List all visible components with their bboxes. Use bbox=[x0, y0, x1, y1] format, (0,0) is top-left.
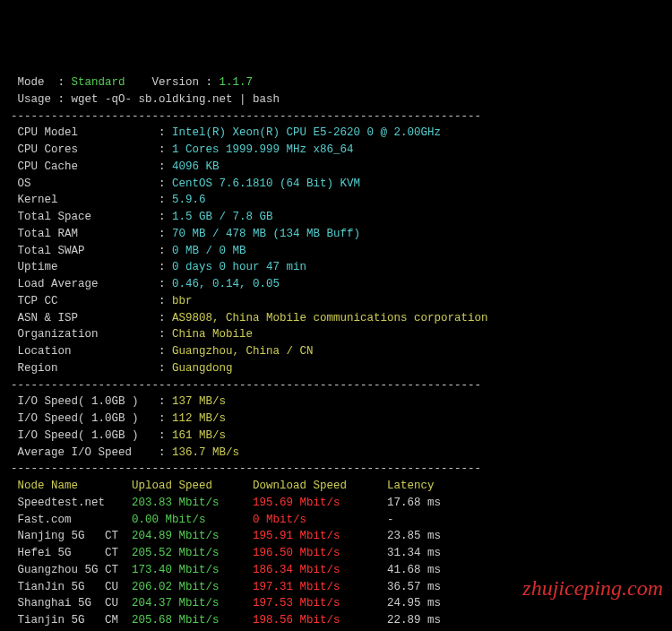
header-line-2: Usage : wget -qO- sb.oldking.net | bash bbox=[11, 91, 661, 108]
speedtest-row: Tianjin 5G CM 205.68 Mbit/s 198.56 Mbit/… bbox=[11, 612, 661, 629]
sysinfo-label: Organization : bbox=[11, 328, 172, 341]
node-name: Nanjing 5G CT bbox=[11, 530, 132, 542]
iospeed-value: 136.7 MB/s bbox=[172, 446, 239, 459]
sysinfo-label: Kernel : bbox=[11, 194, 172, 206]
sysinfo-value: Guangzhou, China / CN bbox=[172, 345, 314, 358]
latency: 23.85 ms bbox=[387, 530, 441, 542]
speedtest-row: Speedtest.net 203.83 Mbit/s 195.69 Mbit/… bbox=[11, 495, 661, 512]
sysinfo-value: 1.5 GB / 7.8 GB bbox=[172, 211, 273, 223]
version-label: Version : bbox=[125, 76, 220, 89]
iospeed-label: I/O Speed( 1.0GB ) : bbox=[11, 429, 172, 442]
sysinfo-value: Intel(R) Xeon(R) CPU E5-2620 0 @ 2.00GHz bbox=[172, 126, 441, 139]
upload-speed: 205.68 Mbit/s bbox=[132, 614, 253, 627]
sysinfo-row: Organization : China Mobile bbox=[11, 326, 661, 343]
node-name: Shanghai 5G CU bbox=[11, 597, 132, 609]
speedtest-row: Nanjing 5G CT 204.89 Mbit/s 195.91 Mbit/… bbox=[11, 528, 661, 545]
sysinfo-row: CPU Cache : 4096 KB bbox=[11, 159, 661, 176]
col-download: Download Speed bbox=[253, 480, 387, 492]
sysinfo-value: Guangdong bbox=[172, 362, 233, 375]
iospeed-label: Average I/O Speed : bbox=[11, 446, 172, 459]
sysinfo-label: Total SWAP : bbox=[11, 245, 172, 257]
iospeed-row: I/O Speed( 1.0GB ) : 112 MB/s bbox=[11, 411, 661, 428]
latency: 31.34 ms bbox=[387, 547, 441, 559]
sysinfo-label: ASN & ISP : bbox=[11, 312, 172, 324]
usage-label: Usage : bbox=[11, 93, 72, 106]
sysinfo-value: 0.46, 0.14, 0.05 bbox=[172, 278, 280, 290]
sysinfo-row: OS : CentOS 7.6.1810 (64 Bit) KVM bbox=[11, 176, 661, 193]
sysinfo-row: Region : Guangdong bbox=[11, 360, 661, 377]
sysinfo-row: CPU Cores : 1 Cores 1999.999 MHz x86_64 bbox=[11, 142, 661, 159]
sysinfo-label: CPU Cores : bbox=[11, 143, 172, 156]
sysinfo-row: Kernel : 5.9.6 bbox=[11, 192, 661, 209]
sysinfo-value: 1 Cores 1999.999 MHz x86_64 bbox=[172, 143, 354, 156]
latency: 22.89 ms bbox=[387, 614, 441, 627]
node-name: Speedtest.net bbox=[11, 497, 132, 509]
download-speed: 197.31 Mbit/s bbox=[253, 581, 387, 593]
iospeed-label: I/O Speed( 1.0GB ) : bbox=[11, 395, 172, 408]
header-line-1: Mode : Standard Version : 1.1.7 bbox=[11, 74, 661, 91]
iospeed-value: 137 MB/s bbox=[172, 395, 226, 408]
col-node: Node Name bbox=[11, 480, 132, 492]
sysinfo-label: CPU Model : bbox=[11, 126, 172, 139]
node-name: Tianjin 5G CM bbox=[11, 614, 132, 627]
divider: ----------------------------------------… bbox=[11, 461, 661, 478]
speedtest-row: Guangzhou 5G CT 173.40 Mbit/s 186.34 Mbi… bbox=[11, 562, 661, 579]
sysinfo-value: CentOS 7.6.1810 (64 Bit) KVM bbox=[172, 177, 360, 190]
sysinfo-value: AS9808, China Mobile communications corp… bbox=[172, 312, 488, 324]
sysinfo-row: CPU Model : Intel(R) Xeon(R) CPU E5-2620… bbox=[11, 125, 661, 142]
sysinfo-label: Location : bbox=[11, 345, 172, 358]
upload-speed: 0.00 Mbit/s bbox=[132, 514, 253, 526]
mode-value: Standard bbox=[72, 76, 125, 89]
latency: 24.95 ms bbox=[387, 597, 441, 609]
usage-value: wget -qO- sb.oldking.net | bash bbox=[72, 93, 280, 106]
col-latency: Latency bbox=[387, 480, 468, 492]
speedtest-row: Shanghai 5G CU 204.37 Mbit/s 197.53 Mbit… bbox=[11, 595, 661, 612]
speedtest-header: Node Name Upload Speed Download Speed La… bbox=[11, 478, 661, 495]
sysinfo-row: Total SWAP : 0 MB / 0 MB bbox=[11, 243, 661, 260]
iospeed-value: 112 MB/s bbox=[172, 412, 226, 425]
sysinfo-label: CPU Cache : bbox=[11, 160, 172, 173]
download-speed: 0 Mbit/s bbox=[253, 514, 387, 526]
sysinfo-label: OS : bbox=[11, 177, 172, 190]
divider: ----------------------------------------… bbox=[11, 377, 661, 394]
download-speed: 186.34 Mbit/s bbox=[253, 564, 387, 576]
speedtest-row: Fast.com 0.00 Mbit/s 0 Mbit/s - bbox=[11, 512, 661, 529]
divider: ----------------------------------------… bbox=[11, 108, 661, 125]
iospeed-value: 161 MB/s bbox=[172, 429, 226, 442]
upload-speed: 204.37 Mbit/s bbox=[132, 597, 253, 609]
sysinfo-row: Total RAM : 70 MB / 478 MB (134 MB Buff) bbox=[11, 226, 661, 243]
version-value: 1.1.7 bbox=[220, 76, 254, 89]
latency: - bbox=[387, 514, 394, 526]
sysinfo-row: Uptime : 0 days 0 hour 47 min bbox=[11, 259, 661, 276]
sysinfo-value: China Mobile bbox=[172, 328, 253, 341]
node-name: Guangzhou 5G CT bbox=[11, 564, 132, 576]
upload-speed: 205.52 Mbit/s bbox=[132, 547, 253, 559]
mode-label: Mode : bbox=[11, 76, 72, 89]
col-upload: Upload Speed bbox=[132, 480, 253, 492]
sysinfo-value: 0 MB / 0 MB bbox=[172, 245, 246, 257]
sysinfo-value: 70 MB / 478 MB (134 MB Buff) bbox=[172, 228, 360, 240]
node-name: TianJin 5G CU bbox=[11, 581, 132, 593]
latency: 41.68 ms bbox=[387, 564, 441, 576]
iospeed-row: I/O Speed( 1.0GB ) : 161 MB/s bbox=[11, 428, 661, 445]
upload-speed: 173.40 Mbit/s bbox=[132, 564, 253, 576]
sysinfo-value: 5.9.6 bbox=[172, 194, 206, 206]
iospeed-row: Average I/O Speed : 136.7 MB/s bbox=[11, 445, 661, 462]
latency: 36.57 ms bbox=[387, 581, 441, 593]
sysinfo-row: TCP CC : bbr bbox=[11, 293, 661, 310]
upload-speed: 204.89 Mbit/s bbox=[132, 530, 253, 542]
download-speed: 195.91 Mbit/s bbox=[253, 530, 387, 542]
download-speed: 197.53 Mbit/s bbox=[253, 597, 387, 609]
sysinfo-row: Load Average : 0.46, 0.14, 0.05 bbox=[11, 276, 661, 293]
upload-speed: 203.83 Mbit/s bbox=[132, 497, 253, 509]
speedtest-row: Hefei 5G CT 205.52 Mbit/s 196.50 Mbit/s … bbox=[11, 545, 661, 562]
latency: 17.68 ms bbox=[387, 497, 441, 509]
download-speed: 195.69 Mbit/s bbox=[253, 497, 387, 509]
sysinfo-row: ASN & ISP : AS9808, China Mobile communi… bbox=[11, 310, 661, 327]
node-name: Hefei 5G CT bbox=[11, 547, 132, 559]
download-speed: 196.50 Mbit/s bbox=[253, 547, 387, 559]
upload-speed: 206.02 Mbit/s bbox=[132, 581, 253, 593]
download-speed: 198.56 Mbit/s bbox=[253, 614, 387, 627]
iospeed-row: I/O Speed( 1.0GB ) : 137 MB/s bbox=[11, 393, 661, 411]
sysinfo-label: Total RAM : bbox=[11, 228, 172, 240]
